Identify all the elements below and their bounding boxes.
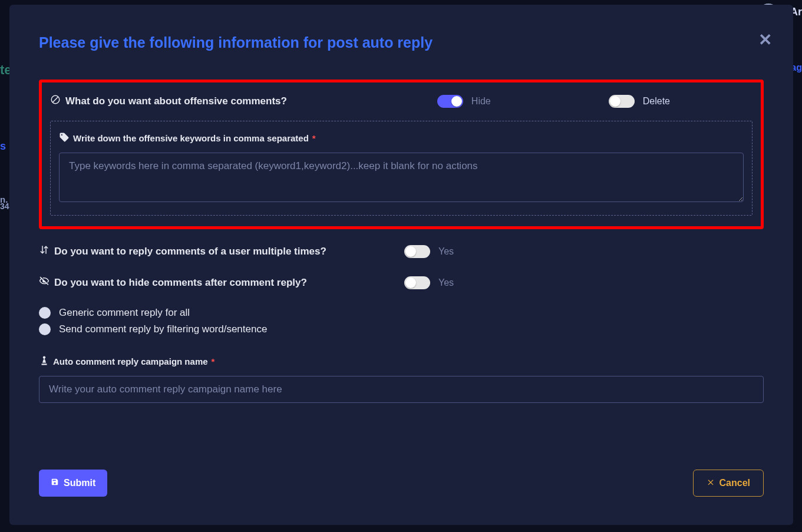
hide-toggle-label: Hide <box>471 96 491 107</box>
reply-multiple-label: Do you want to reply comments of a user … <box>39 244 404 258</box>
required-marker: * <box>312 133 316 143</box>
sort-icon <box>39 244 49 258</box>
offensive-keywords-input[interactable] <box>59 153 744 202</box>
offensive-keywords-label: Write down the offensive keywords in com… <box>59 132 744 144</box>
reply-mode-generic-radio[interactable] <box>39 307 51 319</box>
hide-after-reply-label: Do you want to hide comments after comme… <box>39 276 404 289</box>
offensive-section-highlight: What do you want about offensive comment… <box>39 80 764 229</box>
campaign-name-input[interactable] <box>39 376 764 403</box>
close-icon: ✕ <box>758 31 772 49</box>
modal-title: Please give the following information fo… <box>39 34 764 51</box>
delete-toggle[interactable] <box>609 95 635 108</box>
offensive-keywords-label-text: Write down the offensive keywords in com… <box>73 133 309 143</box>
hide-toggle[interactable] <box>437 95 463 108</box>
offensive-question-label: What do you want about offensive comment… <box>50 94 287 108</box>
campaign-name-label-text: Auto comment reply campaign name <box>53 356 208 366</box>
reply-multiple-text: Do you want to reply comments of a user … <box>54 246 326 257</box>
offensive-question-text: What do you want about offensive comment… <box>65 95 287 107</box>
submit-button[interactable]: Submit <box>39 470 107 497</box>
close-icon <box>707 478 715 488</box>
bg-text-fragment: s <box>0 140 6 153</box>
cancel-button[interactable]: Cancel <box>693 470 764 497</box>
reply-mode-filter-label: Send comment reply by filtering word/sen… <box>59 323 267 335</box>
ban-icon <box>50 94 61 108</box>
eye-slash-icon <box>39 276 49 289</box>
tag-icon <box>59 132 70 144</box>
hide-after-reply-toggle[interactable] <box>404 276 430 289</box>
required-marker: * <box>212 356 215 366</box>
delete-toggle-label: Delete <box>643 96 670 107</box>
cancel-button-label: Cancel <box>720 478 750 488</box>
reply-multiple-yes-label: Yes <box>438 246 454 257</box>
auto-reply-modal: ✕ Please give the following information … <box>9 5 793 525</box>
offensive-keywords-box: Write down the offensive keywords in com… <box>50 121 753 216</box>
save-icon <box>51 478 59 488</box>
reply-multiple-toggle[interactable] <box>404 245 430 258</box>
campaign-name-label: Auto comment reply campaign name * <box>39 355 764 368</box>
close-button[interactable]: ✕ <box>758 32 772 48</box>
reply-mode-filter-radio[interactable] <box>39 323 51 335</box>
hide-after-reply-yes-label: Yes <box>438 277 454 288</box>
submit-button-label: Submit <box>64 478 95 488</box>
pawn-icon <box>39 355 49 368</box>
reply-mode-generic-label: Generic comment reply for all <box>59 307 190 319</box>
bg-text-fragment: 34 <box>0 201 9 211</box>
hide-after-reply-text: Do you want to hide comments after comme… <box>54 277 307 289</box>
